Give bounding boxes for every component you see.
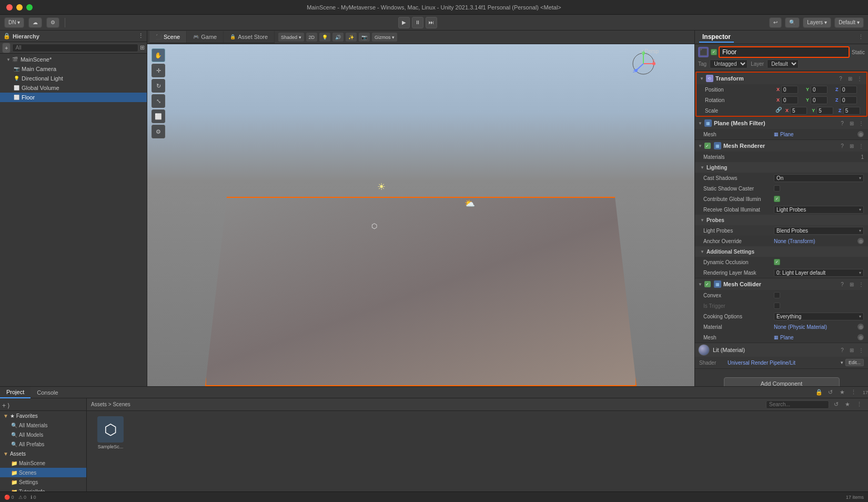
collab-settings-button[interactable]: ⚙ (46, 17, 59, 28)
tab-scene[interactable]: ⬛ Scene (149, 31, 187, 43)
cloud-button[interactable]: ☁ (28, 17, 42, 28)
project-add-btn[interactable]: + (2, 402, 6, 409)
meshrenderer-header[interactable]: ▼ ✓ ▦ Mesh Renderer ? ⊞ ⋮ (695, 140, 868, 152)
proj-mainscene-folder[interactable]: 📁 MainScene (0, 458, 86, 468)
cast-shadows-dropdown[interactable]: On ▾ (774, 174, 864, 182)
hierarchy-search[interactable] (12, 44, 138, 52)
lit-material-header[interactable]: Lit (Material) ? ⊞ ⋮ (695, 343, 868, 357)
project-star-btn[interactable]: ★ (843, 400, 852, 409)
additional-settings-subheader[interactable]: ▼ Additional Settings (695, 246, 868, 257)
meshcollider-presets-btn[interactable]: ⊞ (848, 280, 855, 288)
meshrenderer-presets-btn[interactable]: ⊞ (848, 142, 855, 149)
inspector-tab[interactable]: Inspector (699, 32, 734, 43)
material-menu-btn[interactable]: ⋮ (857, 346, 865, 354)
meshcollider-menu-btn[interactable]: ⋮ (857, 280, 865, 288)
gizmos-btn[interactable]: Gizmos ▾ (371, 32, 398, 42)
audio-btn[interactable]: 🔊 (332, 32, 344, 42)
position-y-input[interactable] (811, 86, 827, 94)
proj-all-prefabs[interactable]: 🔍 All Prefabs (0, 439, 86, 449)
hierarchy-add-button[interactable]: + (2, 43, 11, 53)
asset-samplescene[interactable]: ⬡ SampleSc... (92, 416, 129, 449)
bottom-lock-btn[interactable]: 🔒 (814, 388, 824, 397)
proj-tutorialinfo-folder[interactable]: 📁 TutorialInfo (0, 487, 86, 491)
proj-all-materials[interactable]: 🔍 All Materials (0, 420, 86, 430)
convex-checkbox[interactable] (774, 292, 780, 298)
project-refresh-btn[interactable]: ↺ (831, 400, 841, 409)
scale-x-input[interactable] (790, 107, 807, 115)
meshrenderer-menu-btn[interactable]: ⋮ (857, 142, 865, 149)
undo-history-button[interactable]: ↩ (769, 17, 782, 28)
shaded-btn[interactable]: Shaded ▾ (278, 32, 305, 42)
transform-tool-btn[interactable]: ⚙ (152, 125, 165, 138)
proj-all-models[interactable]: 🔍 All Models (0, 430, 86, 439)
project-expand-btn[interactable]: ⟩ (7, 402, 10, 409)
object-name-input[interactable] (719, 46, 850, 58)
fx-btn[interactable]: ✨ (345, 32, 357, 42)
project-search-input[interactable] (766, 400, 829, 409)
inspector-menu-btn[interactable]: ⋮ (858, 34, 864, 41)
anchor-ref-btn[interactable]: ◎ (857, 238, 864, 244)
rotation-y-input[interactable] (811, 96, 827, 104)
hand-tool-btn[interactable]: ✋ (152, 48, 165, 62)
bottom-refresh-btn[interactable]: ↺ (826, 388, 835, 397)
collider-mesh-btn[interactable]: ◎ (857, 334, 864, 340)
meshfilter-header[interactable]: ▼ ▦ Plane (Mesh Filter) ? ⊞ ⋮ (695, 117, 868, 129)
add-component-button[interactable]: Add Component (724, 377, 840, 386)
tab-game[interactable]: 🎮 Game (187, 31, 224, 43)
meshfilter-menu-btn[interactable]: ⋮ (857, 119, 865, 127)
hierarchy-menu-icon[interactable]: ⋮ (138, 33, 144, 39)
project-menu-btn[interactable]: ⋮ (854, 400, 864, 409)
proj-favorites-header[interactable]: ▼ ★ Favorites (0, 411, 86, 420)
rotation-z-input[interactable] (840, 96, 857, 104)
probes-subheader[interactable]: ▼ Probes (695, 215, 868, 225)
mesh-ref-select-btn[interactable]: ◎ (857, 131, 864, 137)
position-x-input[interactable] (781, 86, 798, 94)
meshfilter-presets-btn[interactable]: ⊞ (848, 119, 855, 127)
tab-project[interactable]: Project (0, 387, 31, 398)
minimize-button[interactable] (16, 4, 23, 11)
tab-console[interactable]: Console (31, 387, 64, 398)
hierarchy-view-button[interactable]: ⊞ (140, 44, 145, 51)
transform-header[interactable]: ▼ ⟲ Transform ? ⊞ ⋮ (697, 73, 866, 84)
contribute-gi-checkbox[interactable]: ✓ (774, 196, 780, 202)
proj-scenes-folder[interactable]: 📁 Scenes (0, 468, 86, 477)
layout-dropdown[interactable]: Default ▾ (834, 17, 864, 28)
dn-button[interactable]: DN ▾ (4, 17, 24, 28)
rendering-layer-dropdown[interactable]: 0: Light Layer default ▾ (774, 269, 864, 277)
material-presets-btn[interactable]: ⊞ (848, 346, 855, 354)
material-help-btn[interactable]: ? (839, 346, 846, 354)
pause-button[interactable]: ⏸ (412, 17, 423, 28)
layers-dropdown[interactable]: Layers ▾ (803, 17, 831, 28)
lighting-btn[interactable]: 💡 (319, 32, 331, 42)
tab-assetstore[interactable]: 🔒 Asset Store (224, 31, 275, 43)
meshfilter-help-btn[interactable]: ? (839, 119, 846, 127)
shader-edit-btn[interactable]: Edit... (845, 359, 864, 366)
meshrenderer-help-btn[interactable]: ? (839, 142, 846, 149)
shader-dropdown-arrow[interactable]: ▾ (841, 360, 843, 365)
collider-material-btn[interactable]: ◎ (857, 324, 864, 330)
dynamic-occlusion-checkbox[interactable]: ✓ (774, 259, 780, 265)
tag-dropdown[interactable]: Untagged (710, 59, 748, 68)
rotation-x-input[interactable] (781, 96, 798, 104)
scene-camera-btn[interactable]: 📷 (358, 32, 370, 42)
transform-menu-btn[interactable]: ⋮ (856, 75, 863, 82)
close-button[interactable] (6, 4, 13, 11)
search-button[interactable]: 🔍 (785, 17, 800, 28)
play-button[interactable]: ▶ (398, 17, 410, 28)
transform-help-btn[interactable]: ? (837, 75, 844, 82)
transform-presets-btn[interactable]: ⊞ (846, 75, 854, 82)
proj-assets-header[interactable]: ▼ Assets (0, 449, 86, 458)
tree-item-maincamera[interactable]: 📷 Main Camera (0, 64, 147, 74)
proj-settings-folder[interactable]: 📁 Settings (0, 477, 86, 487)
scene-canvas[interactable]: ✋ ✛ ↻ ⤡ ⬜ ⚙ ☀ ⛅ ⬡ (147, 44, 694, 386)
bottom-menu-btn[interactable]: ⋮ (849, 388, 859, 397)
lighting-subheader[interactable]: ▼ Lighting (695, 162, 868, 173)
layer-dropdown[interactable]: Default (767, 59, 799, 68)
tree-item-floor[interactable]: ⬜ Floor (0, 93, 147, 102)
rect-tool-btn[interactable]: ⬜ (152, 109, 165, 123)
scale-z-input[interactable] (843, 107, 860, 115)
object-enabled-checkbox[interactable]: ✓ (711, 49, 717, 55)
step-button[interactable]: ⏭ (426, 17, 437, 28)
cooking-options-dropdown[interactable]: Everything ▾ (774, 313, 864, 320)
receive-gi-dropdown[interactable]: Light Probes ▾ (774, 206, 864, 214)
